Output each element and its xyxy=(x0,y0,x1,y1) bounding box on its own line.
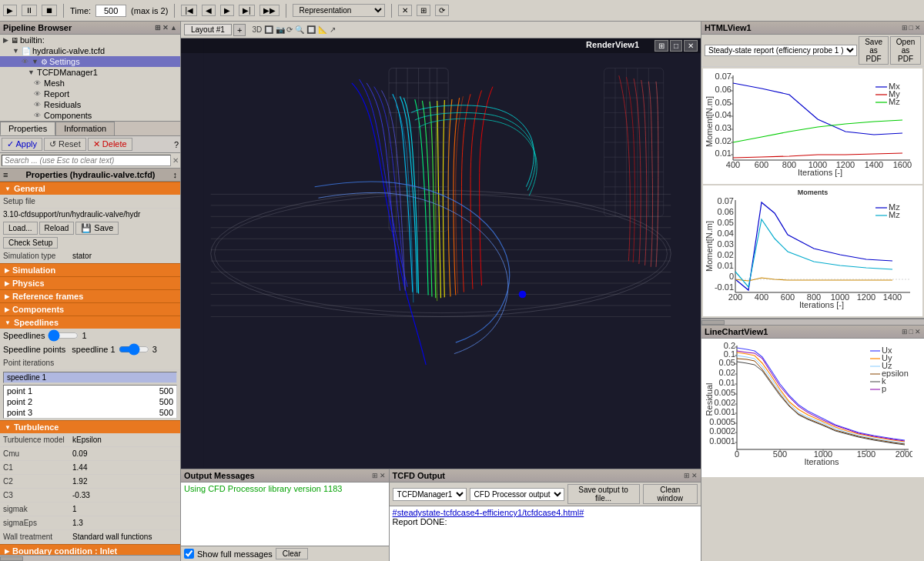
om-icon-2[interactable]: ✕ xyxy=(380,472,386,479)
turb-model-label: Turbulence model xyxy=(3,436,72,444)
tree-builtin[interactable]: ▶ 🖥 builtin: xyxy=(0,35,180,45)
tab-properties[interactable]: Properties xyxy=(0,122,55,135)
hv-icon-2[interactable]: □ xyxy=(909,24,913,32)
tree-residuals[interactable]: 👁 Residuals xyxy=(0,99,180,110)
speedline-points-slider[interactable] xyxy=(119,343,149,356)
lc-icon-3[interactable]: ✕ xyxy=(915,328,921,336)
props-help-icon[interactable]: ? xyxy=(174,140,179,149)
rv-btn-2[interactable]: □ xyxy=(670,40,682,52)
bottom-panels: Output Messages ⊞ ✕ Using CFD Processor … xyxy=(181,469,701,561)
tcfd-report-done: Report DONE: xyxy=(393,517,698,526)
pipeline-browser-header: Pipeline Browser ⊞ ✕ ▲ xyxy=(0,22,180,35)
toolbar-btn-3[interactable]: ⏹ xyxy=(42,5,57,16)
left-scrollbar[interactable] xyxy=(0,555,180,561)
pb-icon-2[interactable]: ✕ xyxy=(162,24,169,32)
tcfd-icon-2[interactable]: ✕ xyxy=(691,472,698,479)
right-scrollbar[interactable] xyxy=(701,319,924,325)
ref-frames-label: Reference frames xyxy=(12,292,83,301)
tree-report[interactable]: 👁 Report xyxy=(0,88,180,99)
show-full-checkbox[interactable] xyxy=(184,549,194,559)
open-pdf-button[interactable]: Open as PDF xyxy=(890,36,921,65)
save-button[interactable]: 💾 Save xyxy=(75,222,119,235)
ref-frames-section-header[interactable]: ▶ Reference frames xyxy=(0,289,180,302)
toolbar-last-btn[interactable]: ▶▶ xyxy=(259,5,280,16)
clear-button[interactable]: Clear xyxy=(276,548,308,559)
tcfd-report-text: Report DONE: xyxy=(393,517,447,526)
lc-icon-1[interactable]: ⊞ xyxy=(902,328,908,336)
toolbar-next-btn[interactable]: ▶| xyxy=(239,5,255,16)
clean-window-button[interactable]: Clean window xyxy=(643,484,698,504)
general-section-header[interactable]: ▼ General xyxy=(0,182,180,195)
tree-settings[interactable]: 👁 ▼ ⚙ Settings xyxy=(0,56,180,67)
search-input[interactable] xyxy=(2,155,171,166)
speedline-list-item-1[interactable]: speedline 1 xyxy=(4,372,176,382)
output-messages-title: Output Messages xyxy=(184,471,255,480)
cmu-label: Cmu xyxy=(3,449,72,458)
chart-2-area: Moments 0.07 0.06 0.05 0.04 0.03 0.02 0.… xyxy=(703,185,922,316)
tree-builtin-arrow: ▶ xyxy=(3,36,8,44)
scrollbar-thumb[interactable] xyxy=(0,556,23,561)
ref-arrow-icon: ▶ xyxy=(5,293,9,300)
tree-mesh[interactable]: 👁 Mesh xyxy=(0,78,180,88)
html-view: HTMLView1 ⊞ □ ✕ Steady-state report (eff… xyxy=(701,22,924,319)
turbulence-section-header[interactable]: ▼ Turbulence xyxy=(0,420,180,433)
render-view-container[interactable]: RenderView1 ⊞ □ ✕ xyxy=(181,38,701,469)
tree-components[interactable]: 👁 Components xyxy=(0,110,180,121)
right-scrollbar-thumb[interactable] xyxy=(701,320,725,325)
check-setup-button[interactable]: Check Setup xyxy=(3,237,58,249)
3d-visualization[interactable] xyxy=(181,38,701,469)
speedlines-slider[interactable] xyxy=(48,329,79,342)
tab-information[interactable]: Information xyxy=(55,122,115,135)
rv-btn-3[interactable]: ✕ xyxy=(684,40,698,52)
reset-button[interactable]: ↺ Reset xyxy=(44,138,86,151)
toolbar-btn-1[interactable]: ▶ xyxy=(3,5,17,16)
point-list-item-1[interactable]: point 1 500 xyxy=(4,386,176,396)
lc-icon-2[interactable]: □ xyxy=(909,328,913,336)
toolbar-prev-btn[interactable]: ◀ xyxy=(202,5,216,16)
tcfd-link[interactable]: #steadystate-tcfdcase4-efficiency1/tcfdc… xyxy=(393,508,584,517)
apply-button[interactable]: ✓ Apply xyxy=(2,138,42,151)
tree-tcfd-arrow: ▼ xyxy=(28,68,35,76)
speedlines-value: 1 xyxy=(82,331,86,340)
delete-button[interactable]: ✕ Delete xyxy=(88,138,132,151)
load-button[interactable]: Load... xyxy=(3,222,38,235)
chart-2-svg: 0.07 0.06 0.05 0.04 0.03 0.02 0.01 0 -0.… xyxy=(706,196,914,312)
toolbar-btn-2[interactable]: ⏸ xyxy=(22,5,37,16)
toolbar-play-btn[interactable]: ▶ xyxy=(220,5,234,16)
tree-tcfd-manager[interactable]: ▼ TCFDManager1 xyxy=(0,67,180,78)
pb-icon-3[interactable]: ▲ xyxy=(170,24,177,32)
toolbar-first-btn[interactable]: |◀ xyxy=(181,5,197,16)
pb-icon-1[interactable]: ⊞ xyxy=(155,24,161,32)
save-pdf-button[interactable]: Save as PDF xyxy=(859,36,889,65)
representation-select[interactable]: Representation xyxy=(293,4,385,17)
general-label: General xyxy=(14,184,45,193)
hv-icon-1[interactable]: ⊞ xyxy=(902,24,908,32)
simulation-section-header[interactable]: ▶ Simulation xyxy=(0,263,180,276)
layout-add-button[interactable]: + xyxy=(233,24,246,36)
svg-text:0.04: 0.04 xyxy=(715,110,732,119)
tree-hydraulic-valve[interactable]: ▼ 📄 hydraulic-valve.tcfd xyxy=(0,45,180,56)
toolbar-icon-btn-1[interactable]: ✕ xyxy=(398,5,412,16)
tcfd-icon-1[interactable]: ⊞ xyxy=(684,472,690,479)
tcfd-output-select[interactable]: CFD Processor output xyxy=(470,488,564,501)
toolbar-icon-btn-2[interactable]: ⊞ xyxy=(417,5,430,16)
rv-btn-1[interactable]: ⊞ xyxy=(654,40,668,52)
point-list-item-2[interactable]: point 2 500 xyxy=(4,396,176,407)
toolbar-icon-btn-3[interactable]: ⟳ xyxy=(435,5,449,16)
speedlines-section-header[interactable]: ▼ Speedlines xyxy=(0,316,180,329)
point-list-item-3[interactable]: point 3 500 xyxy=(4,407,176,418)
reload-button[interactable]: Reload xyxy=(39,222,75,235)
physics-section-header[interactable]: ▶ Physics xyxy=(0,276,180,289)
bc-inlet-header[interactable]: ▶ Boundary condition : Inlet xyxy=(0,544,180,555)
om-icon-1[interactable]: ⊞ xyxy=(372,472,378,479)
html-report-select[interactable]: Steady-state report (efficiency probe 1 … xyxy=(705,45,857,56)
components-section-header[interactable]: ▶ Components xyxy=(0,302,180,316)
hv-icon-3[interactable]: ✕ xyxy=(915,24,921,32)
save-output-button[interactable]: Save output to file... xyxy=(567,484,640,504)
layout-tab-1[interactable]: Layout #1 xyxy=(184,24,232,35)
time-input[interactable] xyxy=(95,5,126,17)
c3-row: C3 -0.33 xyxy=(0,489,180,503)
props-title-expand[interactable]: ↕ xyxy=(173,170,178,179)
search-clear-icon[interactable]: ✕ xyxy=(172,156,179,165)
tcfd-manager-select[interactable]: TCFDManager1 xyxy=(393,488,467,501)
